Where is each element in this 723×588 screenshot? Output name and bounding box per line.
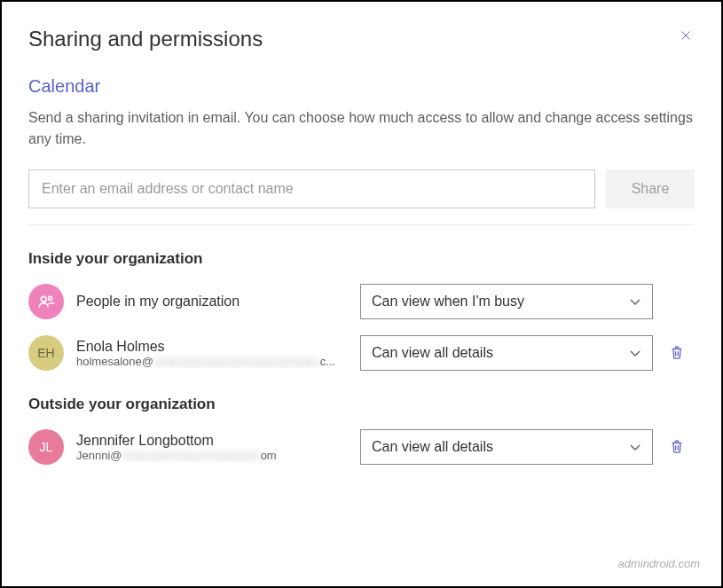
permission-select[interactable]: Can view all details bbox=[360, 335, 653, 371]
calendar-subtitle: Calendar bbox=[28, 76, 695, 97]
person-email: Jennni@redactedredactedredactedrom bbox=[76, 449, 360, 462]
chevron-down-icon bbox=[629, 347, 641, 359]
avatar: EH bbox=[28, 335, 64, 371]
person-row: EH Enola Holmes holmesalone@redactedreda… bbox=[28, 335, 695, 371]
outside-org-header: Outside your organization bbox=[28, 396, 695, 413]
permission-value: Can view all details bbox=[372, 345, 493, 361]
permission-select[interactable]: Can view all details bbox=[360, 429, 653, 465]
email-input[interactable] bbox=[28, 169, 595, 208]
permission-value: Can view all details bbox=[372, 439, 493, 455]
close-icon bbox=[680, 28, 691, 43]
watermark: admindroid.com bbox=[618, 557, 701, 570]
person-name: People in my organization bbox=[76, 294, 360, 310]
share-button[interactable]: Share bbox=[606, 169, 695, 208]
divider bbox=[28, 224, 695, 225]
avatar-initials: JL bbox=[40, 440, 53, 454]
delete-button[interactable] bbox=[665, 341, 688, 365]
delete-button[interactable] bbox=[665, 435, 688, 459]
person-name: Enola Holmes bbox=[76, 339, 360, 355]
trash-icon bbox=[669, 345, 685, 361]
avatar-initials: EH bbox=[37, 346, 54, 360]
inside-org-header: Inside your organization bbox=[28, 250, 695, 268]
avatar: JL bbox=[28, 429, 64, 465]
chevron-down-icon bbox=[629, 295, 641, 308]
dialog-title: Sharing and permissions bbox=[28, 27, 263, 51]
svg-point-3 bbox=[49, 296, 52, 300]
people-icon bbox=[36, 292, 56, 311]
trash-icon bbox=[669, 439, 685, 455]
close-button[interactable] bbox=[677, 27, 695, 44]
permission-value: Can view when I'm busy bbox=[372, 294, 524, 310]
person-name: Jennnifer Longbottom bbox=[76, 433, 360, 449]
person-email: holmesalone@redactedredactedredactedreda… bbox=[76, 355, 360, 368]
svg-point-2 bbox=[41, 296, 46, 302]
person-row-org: People in my organization Can view when … bbox=[28, 284, 695, 319]
dialog-description: Send a sharing invitation in email. You … bbox=[28, 107, 695, 150]
person-row: JL Jennnifer Longbottom Jennni@redactedr… bbox=[28, 429, 695, 465]
org-avatar bbox=[28, 284, 64, 319]
permission-select-org[interactable]: Can view when I'm busy bbox=[360, 284, 653, 319]
chevron-down-icon bbox=[629, 441, 641, 453]
